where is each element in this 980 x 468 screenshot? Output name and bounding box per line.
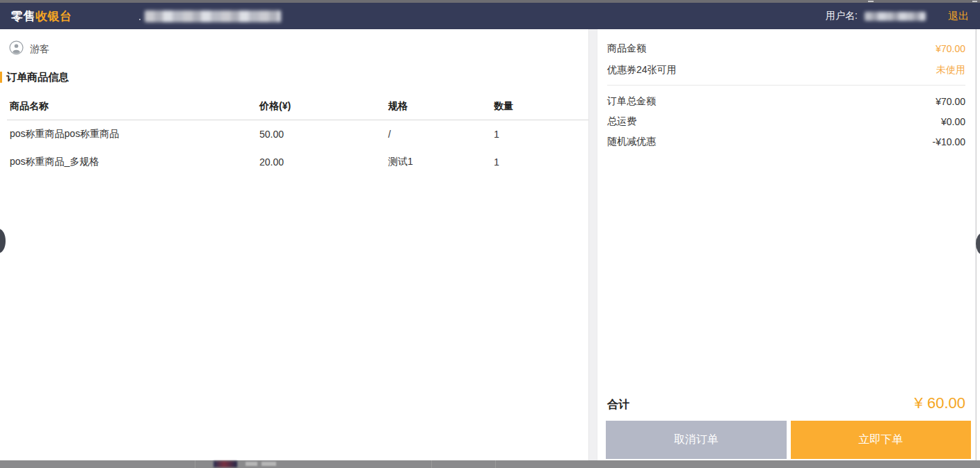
summary-row-random-discount: 随机减优惠 -¥10.00: [607, 131, 965, 152]
summary-divider: [607, 85, 965, 86]
main-content: 游客 订单商品信息 商品名称 价格(¥) 规格 数量 pos称重商品pos称重商…: [0, 29, 980, 460]
window-strip-mark: [868, 1, 874, 2]
summary-value: 未使用: [936, 64, 965, 76]
taskbar-icon-redacted: [214, 461, 237, 467]
order-section-header: 订单商品信息: [0, 71, 588, 83]
summary-row-shipping: 总运费 ¥0.00: [607, 111, 965, 131]
cell-qty: 1: [494, 156, 588, 168]
taskbar-text-redacted: [262, 462, 276, 466]
summary-value: -¥10.00: [933, 136, 965, 147]
summary-label: 总运费: [607, 115, 636, 128]
cell-price: 20.00: [259, 156, 388, 168]
col-header-qty: 数量: [494, 100, 588, 113]
order-items-panel: 游客 订单商品信息 商品名称 价格(¥) 规格 数量 pos称重商品pos称重商…: [0, 29, 589, 460]
submit-order-button[interactable]: 立即下单: [791, 421, 972, 459]
summary-spacer: [607, 152, 965, 390]
col-header-spec: 规格: [388, 100, 494, 113]
header-right: 用户名: 退出: [826, 10, 969, 23]
cancel-order-button[interactable]: 取消订单: [606, 421, 787, 459]
customer-name: 游客: [30, 43, 49, 56]
section-accent-bar: [0, 72, 2, 83]
summary-top-rows: 商品金额 ¥70.00 优惠券24张可用 未使用: [607, 29, 965, 81]
summary-value: ¥70.00: [935, 43, 965, 54]
total-label: 合计: [607, 398, 629, 412]
store-name-dot: [139, 19, 140, 20]
app-header: 零售收银台 用户名: 退出: [0, 3, 980, 29]
cell-spec: 测试1: [388, 156, 494, 168]
panel-gutter: [589, 29, 597, 460]
guest-avatar-icon: [9, 40, 24, 58]
total-value: ¥ 60.00: [915, 394, 965, 412]
summary-row-goods-amount: 商品金额 ¥70.00: [607, 38, 965, 59]
username-label: 用户名:: [826, 10, 858, 22]
cell-product-name: pos称重商品_多规格: [10, 156, 259, 168]
products-table: 商品名称 价格(¥) 规格 数量 pos称重商品pos称重商品 50.00 / …: [0, 96, 588, 176]
taskbar-sliver: [0, 460, 980, 468]
cell-spec: /: [388, 129, 494, 140]
app-title-prefix: 零售: [11, 10, 35, 23]
summary-label: 订单总金额: [607, 95, 656, 108]
action-buttons: 取消订单 立即下单: [606, 421, 971, 459]
username-value-redacted: [865, 12, 926, 21]
customer-row: 游客: [0, 29, 588, 57]
summary-label: 商品金额: [607, 42, 646, 55]
cell-price: 50.00: [259, 129, 388, 140]
order-summary-panel: 商品金额 ¥70.00 优惠券24张可用 未使用 订单总金额 ¥70.00 总运…: [597, 29, 976, 460]
section-title: 订单商品信息: [6, 71, 69, 84]
app-title-suffix: 收银台: [35, 10, 72, 23]
summary-label: 随机减优惠: [607, 136, 656, 148]
total-row: 合计 ¥ 60.00: [607, 390, 965, 421]
cell-qty: 1: [494, 129, 588, 140]
col-header-product-name: 商品名称: [10, 100, 259, 113]
taskbar-separator: [495, 460, 496, 468]
taskbar-separator: [431, 460, 432, 468]
store-name-redacted: [145, 10, 281, 22]
taskbar-separator: [195, 460, 195, 468]
summary-row-order-total: 订单总金额 ¥70.00: [607, 91, 965, 111]
summary-value: ¥0.00: [941, 116, 965, 127]
app-title: 零售收银台: [11, 8, 72, 24]
taskbar-text-redacted: [246, 462, 257, 466]
col-header-price: 价格(¥): [259, 100, 388, 113]
table-row: pos称重商品pos称重商品 50.00 / 1: [0, 120, 588, 148]
summary-label: 优惠券24张可用: [607, 64, 677, 76]
summary-row-coupon[interactable]: 优惠券24张可用 未使用: [607, 59, 965, 81]
summary-value: ¥70.00: [935, 96, 965, 107]
logout-link[interactable]: 退出: [948, 10, 969, 23]
table-row: pos称重商品_多规格 20.00 测试1 1: [0, 148, 588, 176]
cell-product-name: pos称重商品pos称重商品: [10, 128, 259, 140]
products-table-header: 商品名称 价格(¥) 规格 数量: [0, 96, 588, 117]
window-strip-mark: [972, 1, 977, 2]
